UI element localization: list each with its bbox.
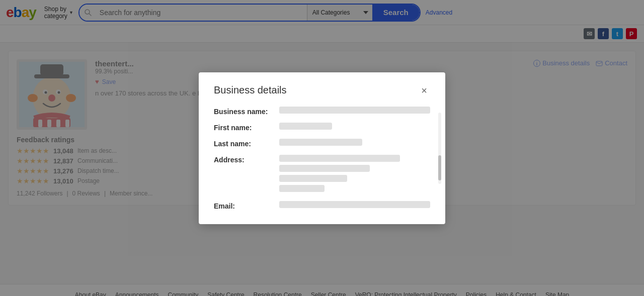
modal-title: Business details (214, 84, 287, 96)
scrollbar-track[interactable] (438, 113, 441, 184)
business-name-value (279, 107, 430, 116)
last-name-label: Last name: (214, 139, 279, 148)
scrollbar-thumb[interactable] (438, 155, 441, 180)
business-name-row: Business name: (214, 107, 430, 116)
address-row: Address: (214, 155, 430, 194)
email-label: Email: (214, 201, 279, 210)
address-value (279, 155, 430, 194)
last-name-value (279, 139, 430, 148)
business-name-label: Business name: (214, 107, 279, 116)
email-value (279, 201, 430, 210)
business-details-modal: Business details × Business name: First … (199, 72, 445, 224)
modal-overlay[interactable]: Business details × Business name: First … (0, 0, 644, 296)
last-name-row: Last name: (214, 139, 430, 148)
address-label: Address: (214, 155, 279, 164)
first-name-row: First name: (214, 123, 430, 132)
first-name-value (279, 123, 430, 132)
email-row: Email: (214, 201, 430, 210)
first-name-label: First name: (214, 123, 279, 132)
modal-close-button[interactable]: × (418, 84, 430, 96)
modal-header: Business details × (214, 84, 430, 96)
